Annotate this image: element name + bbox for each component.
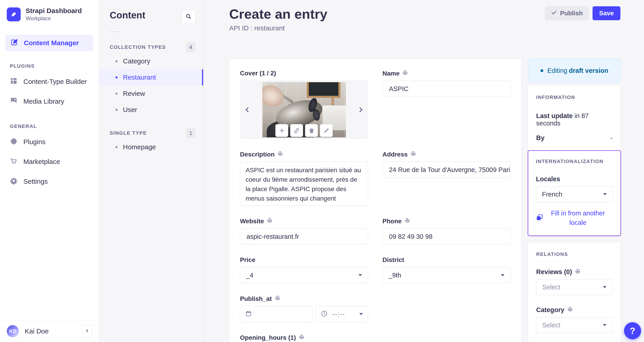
calendar-icon — [245, 310, 252, 318]
price-select[interactable]: _4 — [240, 267, 368, 283]
phone-field-label: Phone — [382, 218, 402, 225]
reviews-field-label: Reviews (0) — [536, 268, 572, 276]
phone-input[interactable]: 09 82 49 30 98 — [382, 228, 510, 245]
content-type-item-user[interactable]: User — [99, 102, 203, 118]
search-button[interactable] — [182, 10, 196, 24]
fill-from-locale-link[interactable]: Fill in from another locale — [536, 208, 613, 227]
sidebar-item-label: Content-Type Builder — [23, 78, 87, 86]
locale-select[interactable]: French — [536, 186, 613, 202]
globe-icon — [410, 151, 416, 158]
avatar[interactable]: KD — [7, 325, 19, 337]
entry-side-panel: Editingdraft version INFORMATION Last up… — [528, 59, 621, 342]
delete-media-button[interactable] — [305, 124, 318, 137]
content-type-item-review[interactable]: Review — [99, 86, 203, 102]
publish-button-label: Publish — [560, 10, 583, 17]
information-title: INFORMATION — [536, 94, 612, 100]
save-button[interactable]: Save — [592, 6, 620, 20]
internationalization-title: INTERNATIONALIZATION — [536, 159, 613, 164]
category-field-label: Category — [536, 306, 564, 314]
chevron-down-icon — [358, 274, 362, 276]
globe-icon — [277, 151, 283, 158]
publish-at-date-input[interactable] — [240, 306, 312, 322]
copy-icon — [536, 214, 543, 222]
app-root: Strapi Dashboard Workplace Content Manag… — [0, 0, 644, 342]
publish-at-time-input[interactable]: --:-- — [316, 306, 368, 322]
sidebar-item-settings[interactable]: Settings — [0, 172, 99, 191]
content-type-label: Review — [123, 90, 145, 97]
user-bar: KD Kai Doe — [0, 320, 99, 342]
carousel-next-button[interactable] — [356, 106, 365, 114]
description-textarea[interactable]: ASPIC est un restaurant parisien situé a… — [240, 162, 368, 206]
sidebar-item-label: Settings — [23, 178, 48, 185]
single-type-count-badge: 1 — [186, 128, 196, 138]
reviews-select-placeholder: Select — [542, 283, 560, 291]
sidebar-item-media-library[interactable]: Media Library — [0, 92, 99, 111]
strapi-logo-icon — [7, 8, 21, 21]
sidebar-item-plugins[interactable]: Plugins — [0, 132, 99, 152]
help-button[interactable]: ? — [624, 322, 641, 339]
sidebar-section-plugins: PLUGINS — [10, 63, 89, 69]
check-icon — [551, 10, 557, 17]
district-field-label: District — [382, 256, 404, 263]
carousel-prev-button[interactable] — [243, 106, 252, 114]
sidebar-item-content-manager[interactable]: Content Manager — [6, 35, 93, 51]
sidebar-item-content-type-builder[interactable]: Content-Type Builder — [0, 72, 99, 92]
chevron-down-icon — [603, 193, 607, 195]
content-type-item-restaurant[interactable]: Restaurant — [99, 69, 203, 86]
locales-label: Locales — [536, 175, 613, 183]
locale-select-value: French — [542, 191, 562, 198]
price-select-value: _4 — [246, 272, 253, 279]
internationalization-section: INTERNATIONALIZATION Locales French Fill… — [528, 150, 621, 236]
content-type-label: Restaurant — [123, 74, 156, 81]
content-type-label: Homepage — [123, 143, 156, 151]
description-field-label: Description — [240, 151, 274, 158]
name-input[interactable]: ASPIC — [382, 81, 510, 97]
globe-icon — [299, 334, 304, 341]
last-update-row: Last update in 87 seconds — [536, 112, 612, 127]
globe-icon — [567, 306, 573, 314]
status-dot-icon — [540, 69, 543, 72]
divider — [536, 104, 612, 104]
website-field-label: Website — [240, 218, 264, 225]
relations-card: RELATIONS Reviews (0) Select Category Se… — [528, 242, 621, 342]
globe-icon — [404, 217, 410, 225]
reviews-select[interactable]: Select — [536, 279, 612, 295]
address-input[interactable]: 24 Rue de la Tour d'Auvergne, 75009 Pari… — [382, 162, 510, 178]
address-field-label: Address — [382, 151, 408, 158]
workspace-header[interactable]: Strapi Dashboard Workplace — [0, 0, 99, 29]
single-type-label: SINGLE TYPE — [110, 130, 147, 136]
sidebar-item-label: Media Library — [23, 98, 64, 105]
left-sidebar: Strapi Dashboard Workplace Content Manag… — [0, 0, 99, 342]
globe-icon — [274, 295, 280, 302]
bullet-icon — [116, 77, 118, 79]
globe-icon — [575, 268, 581, 276]
bullet-icon — [116, 60, 118, 62]
collection-types-label: COLLECTION TYPES — [110, 44, 166, 50]
category-select-placeholder: Select — [542, 321, 560, 329]
content-type-item-homepage[interactable]: Homepage — [99, 139, 203, 155]
publish-at-field-label: Publish_at — [240, 295, 272, 302]
gear-icon — [10, 177, 18, 186]
collapse-sidebar-button[interactable] — [82, 325, 92, 337]
media-actions-toolbar — [276, 124, 333, 137]
sidebar-item-label: Marketplace — [23, 158, 60, 165]
website-input[interactable]: aspic-restaurant.fr — [240, 228, 368, 245]
content-nav-title: Content — [110, 10, 146, 21]
draft-status-banner: Editingdraft version — [528, 59, 621, 82]
district-select[interactable]: _9th — [382, 267, 510, 283]
edit-media-button[interactable] — [320, 124, 333, 137]
content-type-item-category[interactable]: Category — [99, 53, 203, 69]
category-select[interactable]: Select — [536, 317, 612, 333]
cover-field-label: Cover (1 / 2) — [240, 70, 276, 77]
bullet-icon — [116, 146, 118, 148]
fill-from-locale-label: Fill in from another locale — [543, 208, 613, 227]
search-icon — [186, 13, 192, 21]
bullet-icon — [116, 93, 118, 95]
sidebar-item-marketplace[interactable]: Marketplace — [0, 152, 99, 172]
add-media-button[interactable] — [276, 124, 288, 137]
copy-link-button[interactable] — [290, 124, 303, 137]
publish-button[interactable]: Publish — [545, 6, 589, 20]
draft-status-text: Editingdraft version — [548, 67, 608, 74]
opening-hours-field-label: Opening_hours (1) — [240, 334, 296, 341]
sidebar-section-general: GENERAL — [10, 123, 89, 129]
